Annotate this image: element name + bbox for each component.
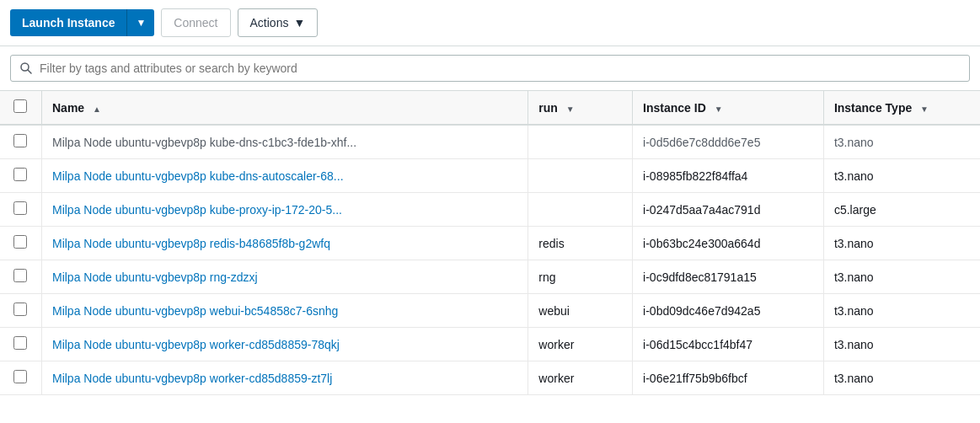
header-run[interactable]: run ▼ bbox=[528, 91, 633, 125]
row-instance-id: i-0d5d6e7c8ddd6e7e5 bbox=[633, 125, 824, 159]
row-instance-type: t3.nano bbox=[823, 227, 980, 260]
header-checkbox-cell bbox=[0, 91, 41, 125]
row-instance-id: i-0c9dfd8ec81791a15 bbox=[633, 260, 824, 294]
header-instance-id-label: Instance ID bbox=[643, 101, 706, 115]
name-sort-icon: ▲ bbox=[93, 104, 101, 114]
actions-dropdown-icon: ▼ bbox=[293, 16, 305, 29]
table-header-row: Name ▲ run ▼ Instance ID ▼ Instance Type… bbox=[0, 91, 980, 125]
actions-label: Actions bbox=[250, 16, 289, 29]
row-checkbox[interactable] bbox=[13, 336, 27, 350]
row-checkbox[interactable] bbox=[13, 235, 27, 249]
launch-button-group: Launch Instance ▼ bbox=[10, 9, 154, 36]
table-row: Milpa Node ubuntu-vgbevp8p worker-cd85d8… bbox=[0, 361, 980, 395]
row-run bbox=[528, 193, 633, 227]
table-row: Milpa Node ubuntu-vgbevp8p rng-zdzxj rng… bbox=[0, 260, 980, 294]
header-name-label: Name bbox=[52, 101, 84, 115]
row-instance-id: i-0b63bc24e300a664d bbox=[633, 227, 824, 260]
table-row: Milpa Node ubuntu-vgbevp8p kube-dns-auto… bbox=[0, 159, 980, 193]
row-name: Milpa Node ubuntu-vgbevp8p worker-cd85d8… bbox=[41, 328, 527, 361]
header-name[interactable]: Name ▲ bbox=[41, 91, 527, 125]
row-name: Milpa Node ubuntu-vgbevp8p kube-dns-auto… bbox=[41, 159, 527, 193]
row-run: worker bbox=[528, 328, 633, 361]
row-name: Milpa Node ubuntu-vgbevp8p webui-bc54858… bbox=[41, 294, 527, 328]
row-name: Milpa Node ubuntu-vgbevp8p rng-zdzxj bbox=[41, 260, 527, 294]
header-run-label: run bbox=[538, 101, 558, 115]
svg-line-1 bbox=[28, 70, 31, 73]
row-run: rng bbox=[528, 260, 633, 294]
row-instance-id: i-0247d5aa7a4ac791d bbox=[633, 193, 824, 227]
search-bar bbox=[0, 46, 980, 91]
toolbar: Launch Instance ▼ Connect Actions ▼ bbox=[0, 0, 980, 46]
row-instance-type: t3.nano bbox=[823, 260, 980, 294]
table-row: Milpa Node ubuntu-vgbevp8p kube-dns-c1bc… bbox=[0, 125, 980, 159]
instance-type-sort-icon: ▼ bbox=[920, 104, 929, 114]
row-run: worker bbox=[528, 361, 633, 395]
table-row: Milpa Node ubuntu-vgbevp8p redis-b48685f… bbox=[0, 227, 980, 260]
row-checkbox-cell bbox=[0, 260, 41, 294]
row-checkbox-cell bbox=[0, 193, 41, 227]
row-name: Milpa Node ubuntu-vgbevp8p kube-proxy-ip… bbox=[41, 193, 527, 227]
row-name: Milpa Node ubuntu-vgbevp8p redis-b48685f… bbox=[41, 227, 527, 260]
instances-table: Name ▲ run ▼ Instance ID ▼ Instance Type… bbox=[0, 91, 980, 395]
search-input-wrapper bbox=[10, 55, 970, 82]
row-instance-id: i-08985fb822f84ffa4 bbox=[633, 159, 824, 193]
row-checkbox-cell bbox=[0, 328, 41, 361]
row-name: Milpa Node ubuntu-vgbevp8p worker-cd85d8… bbox=[41, 361, 527, 395]
header-instance-type[interactable]: Instance Type ▼ bbox=[823, 91, 980, 125]
connect-button[interactable]: Connect bbox=[161, 8, 230, 37]
row-instance-type: t3.nano bbox=[823, 159, 980, 193]
run-sort-icon: ▼ bbox=[566, 104, 575, 114]
row-instance-type: t3.nano bbox=[823, 328, 980, 361]
row-run bbox=[528, 159, 633, 193]
table-row: Milpa Node ubuntu-vgbevp8p kube-proxy-ip… bbox=[0, 193, 980, 227]
row-run: webui bbox=[528, 294, 633, 328]
table-wrapper: Name ▲ run ▼ Instance ID ▼ Instance Type… bbox=[0, 91, 980, 395]
instance-id-sort-icon: ▼ bbox=[715, 104, 723, 114]
search-input[interactable] bbox=[40, 62, 961, 75]
row-instance-type: c5.large bbox=[823, 193, 980, 227]
launch-instance-button[interactable]: Launch Instance bbox=[10, 9, 127, 36]
row-checkbox-cell bbox=[0, 294, 41, 328]
select-all-checkbox[interactable] bbox=[13, 99, 27, 113]
row-checkbox[interactable] bbox=[13, 269, 27, 282]
row-run bbox=[528, 125, 633, 159]
header-instance-id[interactable]: Instance ID ▼ bbox=[633, 91, 824, 125]
row-checkbox[interactable] bbox=[13, 168, 27, 181]
row-instance-type: t3.nano bbox=[823, 361, 980, 395]
table-row: Milpa Node ubuntu-vgbevp8p webui-bc54858… bbox=[0, 294, 980, 328]
row-checkbox[interactable] bbox=[13, 134, 27, 147]
row-checkbox-cell bbox=[0, 125, 41, 159]
row-checkbox-cell bbox=[0, 361, 41, 395]
row-checkbox-cell bbox=[0, 227, 41, 260]
table-row: Milpa Node ubuntu-vgbevp8p worker-cd85d8… bbox=[0, 328, 980, 361]
header-instance-type-label: Instance Type bbox=[834, 101, 912, 115]
row-run: redis bbox=[528, 227, 633, 260]
row-checkbox[interactable] bbox=[13, 303, 27, 316]
row-instance-type: t3.nano bbox=[823, 294, 980, 328]
row-name: Milpa Node ubuntu-vgbevp8p kube-dns-c1bc… bbox=[41, 125, 527, 159]
row-checkbox[interactable] bbox=[13, 201, 27, 215]
row-instance-id: i-06e21ff75b9b6fbcf bbox=[633, 361, 824, 395]
row-instance-type: t3.nano bbox=[823, 125, 980, 159]
row-instance-id: i-06d15c4bcc1f4bf47 bbox=[633, 328, 824, 361]
row-checkbox[interactable] bbox=[13, 370, 27, 383]
row-checkbox-cell bbox=[0, 159, 41, 193]
row-instance-id: i-0bd09dc46e7d942a5 bbox=[633, 294, 824, 328]
search-icon bbox=[19, 62, 33, 75]
actions-button[interactable]: Actions ▼ bbox=[238, 8, 319, 37]
launch-instance-dropdown-button[interactable]: ▼ bbox=[127, 9, 154, 36]
